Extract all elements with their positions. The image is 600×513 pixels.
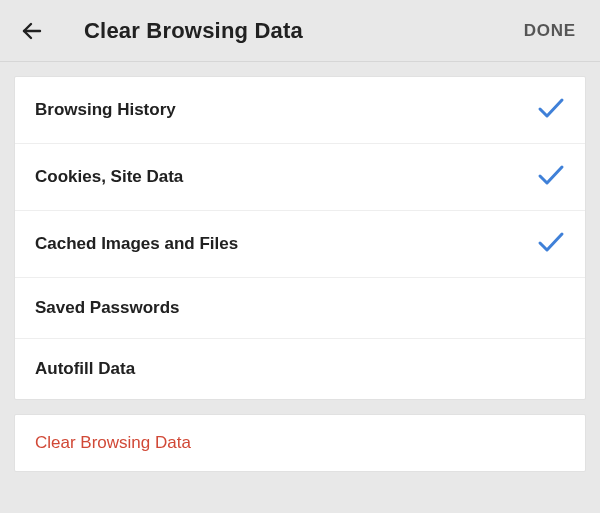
option-label: Autofill Data xyxy=(35,359,135,379)
clear-browsing-data-button[interactable]: Clear Browsing Data xyxy=(14,414,586,472)
check-icon xyxy=(537,97,565,123)
check-icon xyxy=(537,164,565,190)
action-label: Clear Browsing Data xyxy=(35,433,191,452)
header: Clear Browsing Data DONE xyxy=(0,0,600,62)
option-label: Cookies, Site Data xyxy=(35,167,183,187)
back-button[interactable] xyxy=(18,17,46,45)
check-icon xyxy=(537,231,565,257)
option-label: Browsing History xyxy=(35,100,176,120)
arrow-left-icon xyxy=(20,19,44,43)
option-cookies-site-data[interactable]: Cookies, Site Data xyxy=(15,144,585,211)
done-button[interactable]: DONE xyxy=(518,17,582,45)
option-cached-images-files[interactable]: Cached Images and Files xyxy=(15,211,585,278)
page-title: Clear Browsing Data xyxy=(84,18,303,44)
option-saved-passwords[interactable]: Saved Passwords xyxy=(15,278,585,339)
content: Browsing History Cookies, Site Data Cach… xyxy=(0,62,600,472)
option-autofill-data[interactable]: Autofill Data xyxy=(15,339,585,399)
options-card: Browsing History Cookies, Site Data Cach… xyxy=(14,76,586,400)
option-label: Saved Passwords xyxy=(35,298,180,318)
option-label: Cached Images and Files xyxy=(35,234,238,254)
option-browsing-history[interactable]: Browsing History xyxy=(15,77,585,144)
